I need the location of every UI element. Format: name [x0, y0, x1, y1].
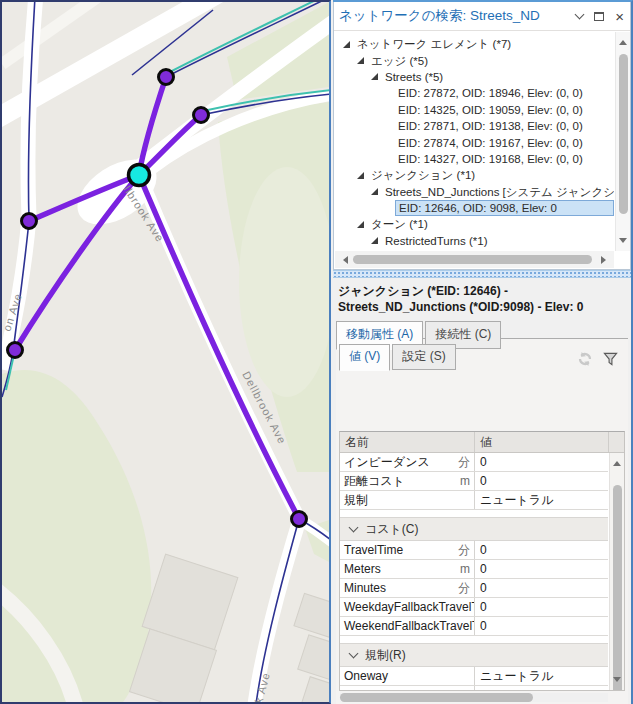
attribute-table: 名前 値 インピーダンス分0距離コストm0規制ニュートラルコスト(C)Trave…: [339, 431, 625, 691]
attribute-name: 規制: [344, 492, 368, 509]
attribute-row[interactable]: Metersm0: [340, 560, 608, 579]
tree-item-label[interactable]: EID: 27874, OID: 19167, Elev: (0, 0): [395, 136, 586, 150]
pane-titlebar: ネットワークの検索: Streets_ND ×: [334, 2, 630, 31]
scroll-down-icon[interactable]: [619, 238, 627, 247]
table-header: 名前 値: [340, 432, 624, 453]
attribute-row[interactable]: TravelTime分0: [340, 541, 608, 560]
tree-item-label[interactable]: RestrictedTurns (*1): [382, 234, 490, 248]
attribute-value[interactable]: 0: [475, 581, 608, 595]
tree-item-label[interactable]: Streets (*5): [382, 70, 446, 84]
scrollbar-thumb[interactable]: [619, 54, 628, 214]
attribute-row[interactable]: インピーダンス分0: [340, 453, 608, 472]
close-icon[interactable]: ×: [615, 9, 624, 24]
tree-item[interactable]: ネットワーク エレメント (*7): [335, 36, 614, 52]
pane-splitter[interactable]: [333, 270, 631, 278]
tree-item[interactable]: EID: 14325, OID: 19059, Elev: (0, 0): [335, 102, 614, 118]
dock-panel: ネットワークの検索: Streets_ND × ネットワーク エレメント (*7…: [333, 0, 633, 704]
scrollbar-thumb[interactable]: [353, 255, 592, 264]
attribute-row[interactable]: WeekendFallbackTravelTime0: [340, 617, 608, 636]
tree-item-label[interactable]: ネットワーク エレメント (*7): [354, 37, 514, 51]
expander-icon[interactable]: [357, 221, 364, 228]
tree-item[interactable]: ターン (*1): [335, 216, 614, 232]
section-header[interactable]: 規制(R): [340, 643, 608, 667]
tree-item[interactable]: EID: 27871, OID: 19138, Elev: (0, 0): [335, 118, 614, 134]
expander-icon[interactable]: [357, 172, 364, 179]
expander-icon[interactable]: [371, 188, 378, 195]
tree-item[interactable]: ジャンクション (*1): [335, 167, 614, 183]
tree-item[interactable]: EID: 12646, OID: 9098, Elev: 0: [335, 200, 614, 216]
tree-item-label[interactable]: EID: 27871, OID: 19138, Elev: (0, 0): [395, 119, 586, 133]
attribute-value[interactable]: 0: [475, 543, 608, 557]
junction-point: [194, 108, 209, 123]
section-header[interactable]: コスト(C): [340, 517, 608, 541]
expander-icon[interactable]: [371, 237, 378, 244]
column-header-name[interactable]: 名前: [340, 432, 475, 452]
attribute-value[interactable]: ニュートラル: [475, 668, 608, 685]
attribute-value[interactable]: 0: [475, 619, 608, 633]
tree-item[interactable]: RestrictedTurns (*1): [335, 233, 614, 249]
scrollbar-thumb[interactable]: [613, 485, 622, 691]
attribute-value[interactable]: ニュートラル: [475, 687, 608, 691]
expander-icon[interactable]: [357, 57, 364, 64]
attribute-value[interactable]: 0: [475, 562, 608, 576]
tree-item[interactable]: EID: 27874, OID: 19167, Elev: (0, 0): [335, 134, 614, 150]
attribute-row[interactable]: RestrictedTurnsニュートラル: [340, 686, 608, 690]
attribute-row[interactable]: Minutes分0: [340, 579, 608, 598]
tree-item[interactable]: Streets_ND_Junctions [システム ジャンクション] (*1): [335, 184, 614, 200]
filter-icon[interactable]: [603, 352, 618, 367]
section-title: 規制(R): [365, 647, 406, 664]
column-header-value[interactable]: 値: [475, 432, 609, 452]
tree-item-label[interactable]: EID: 14327, OID: 19168, Elev: (0, 0): [395, 152, 586, 166]
attribute-name: RestrictedTurns: [344, 688, 428, 690]
attribute-value[interactable]: 0: [475, 455, 608, 469]
chevron-down-icon[interactable]: [575, 10, 585, 20]
scroll-down-icon[interactable]: [613, 677, 621, 686]
tree-item-label[interactable]: エッジ (*5): [368, 54, 431, 68]
junction-point: [292, 512, 307, 527]
network-elements-tree: ネットワーク エレメント (*7)エッジ (*5)Streets (*5)EID…: [335, 32, 614, 251]
collapse-icon[interactable]: [349, 523, 359, 533]
attribute-row[interactable]: 規制ニュートラル: [340, 491, 608, 510]
tree-item-label[interactable]: EID: 14325, OID: 19059, Elev: (0, 0): [395, 103, 586, 117]
scrollbar-thumb[interactable]: [340, 693, 533, 702]
scroll-left-icon[interactable]: [339, 256, 348, 264]
attribute-row[interactable]: Onewayニュートラル: [340, 667, 608, 686]
tree-item[interactable]: EID: 27872, OID: 18946, Elev: (0, 0): [335, 85, 614, 101]
tree-item-label-selected[interactable]: EID: 12646, OID: 9098, Elev: 0: [395, 200, 614, 216]
tree-horizontal-scrollbar[interactable]: [335, 251, 614, 268]
tree-item[interactable]: Streets (*5): [335, 69, 614, 85]
attribute-value[interactable]: 0: [475, 474, 608, 488]
arcgis-pro-window: llbrook AveDellbrook Aveon Avek Ave ネットワ…: [0, 0, 633, 704]
table-vertical-scrollbar[interactable]: [609, 453, 624, 690]
expander-icon[interactable]: [371, 73, 378, 80]
subtab[interactable]: 設定 (S): [392, 344, 455, 370]
attribute-unit: m: [460, 562, 474, 576]
tree-item-label[interactable]: ターン (*1): [368, 217, 431, 231]
subtab-active[interactable]: 値 (V): [339, 344, 390, 371]
tree-vertical-scrollbar[interactable]: [615, 32, 630, 251]
attribute-name: Meters: [344, 562, 381, 576]
attribute-value[interactable]: 0: [475, 600, 608, 614]
tree-item[interactable]: EID: 14327, OID: 19168, Elev: (0, 0): [335, 151, 614, 167]
tree-item-label[interactable]: ジャンクション (*1): [368, 168, 478, 182]
tree-item-label[interactable]: EID: 27872, OID: 18946, Elev: (0, 0): [395, 86, 586, 100]
attribute-row[interactable]: WeekdayFallbackTravelTime0: [340, 598, 608, 617]
tree-item-label[interactable]: Streets_ND_Junctions [システム ジャンクション] (*1): [382, 185, 614, 199]
attribute-unit: 分: [458, 542, 474, 559]
refresh-icon[interactable]: [577, 351, 593, 367]
scroll-up-icon[interactable]: [613, 457, 621, 466]
attribute-value[interactable]: ニュートラル: [475, 492, 608, 509]
section-title: コスト(C): [365, 521, 419, 538]
collapse-icon[interactable]: [349, 649, 359, 659]
maximize-icon[interactable]: [594, 12, 604, 21]
subtab-strip: 値 (V)設定 (S): [339, 344, 628, 370]
scroll-right-icon[interactable]: [601, 256, 610, 264]
tree-item[interactable]: エッジ (*5): [335, 52, 614, 68]
table-horizontal-scrollbar[interactable]: [340, 693, 608, 702]
expander-icon[interactable]: [343, 41, 350, 48]
attribute-unit: 分: [458, 580, 474, 597]
scroll-up-icon[interactable]: [619, 36, 627, 45]
map-view[interactable]: llbrook AveDellbrook Aveon Avek Ave: [0, 0, 331, 704]
attribute-unit: m: [460, 474, 474, 488]
attribute-row[interactable]: 距離コストm0: [340, 472, 608, 491]
